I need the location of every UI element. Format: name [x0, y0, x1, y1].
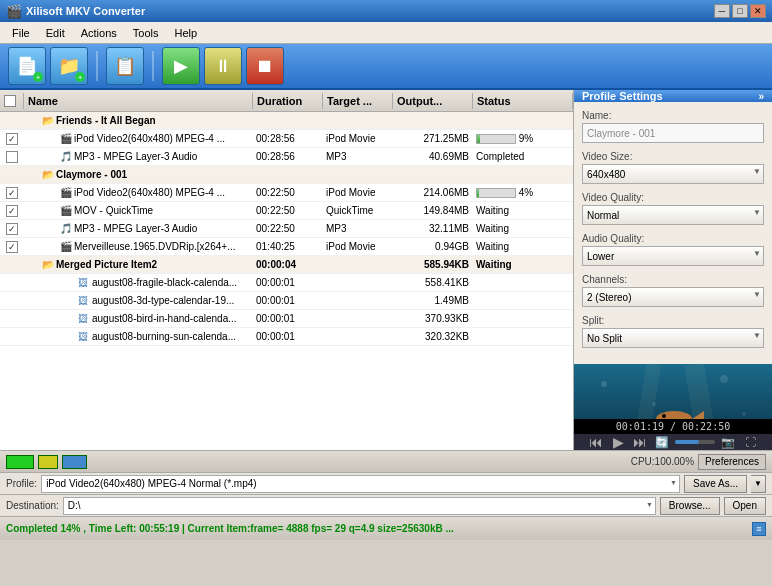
video-quality-select[interactable]: Normal: [582, 205, 764, 225]
prev-button[interactable]: ⏮: [587, 434, 605, 450]
list-item[interactable]: 🖼 august08-fragile-black-calenda... 00:0…: [0, 274, 573, 292]
channels-label: Channels:: [582, 274, 764, 285]
channels-select[interactable]: 2 (Stereo): [582, 287, 764, 307]
preferences-button[interactable]: Preferences: [698, 454, 766, 470]
maximize-button[interactable]: □: [732, 4, 748, 18]
row-status: Waiting: [473, 222, 573, 235]
row-status: 9%: [473, 132, 573, 145]
row-check[interactable]: [0, 222, 24, 236]
progress-fill: [477, 135, 480, 143]
split-label: Split:: [582, 315, 764, 326]
row-check[interactable]: [0, 240, 24, 254]
row-target: [323, 318, 393, 320]
progress-blue: [62, 455, 87, 469]
close-button[interactable]: ✕: [750, 4, 766, 18]
split-select-wrap: No Split: [582, 328, 764, 348]
row-checkbox[interactable]: [6, 241, 18, 253]
fullscreen-button[interactable]: ⛶: [741, 436, 759, 448]
cpu-text: CPU:100.00%: [631, 456, 694, 467]
list-item[interactable]: 🖼 august08-burning-sun-calenda... 00:00:…: [0, 328, 573, 346]
file-list-area: Name Duration Target ... Output... Statu…: [0, 90, 574, 450]
video-size-group: Video Size: 640x480: [582, 151, 764, 184]
list-item[interactable]: 🎵 MP3 - MPEG Layer-3 Audio 00:22:50 MP3 …: [0, 220, 573, 238]
folder-icon: 📂: [42, 115, 54, 126]
row-checkbox[interactable]: [6, 151, 18, 163]
progress-bar-mini: [476, 134, 516, 144]
volume-slider[interactable]: [675, 440, 715, 444]
row-checkbox[interactable]: [6, 205, 18, 217]
row-check[interactable]: [0, 150, 24, 164]
stop-button[interactable]: ⏹: [246, 47, 284, 85]
split-select[interactable]: No Split: [582, 328, 764, 348]
row-check: [0, 318, 24, 320]
video-size-label: Video Size:: [582, 151, 764, 162]
menu-tools[interactable]: Tools: [125, 25, 167, 41]
list-item[interactable]: 📂 Claymore - 001: [0, 166, 573, 184]
list-item[interactable]: 🖼 august08-3d-type-calendar-19... 00:00:…: [0, 292, 573, 310]
row-check: [0, 174, 24, 176]
select-all-checkbox[interactable]: [4, 95, 16, 107]
video-size-select[interactable]: 640x480: [582, 164, 764, 184]
save-as-button[interactable]: Save As...: [684, 475, 747, 493]
list-item[interactable]: 📂 Friends - It All Began: [0, 112, 573, 130]
row-check[interactable]: [0, 186, 24, 200]
profile-select[interactable]: iPod Video2(640x480) MPEG-4 Normal (*.mp…: [41, 475, 680, 493]
browse-button[interactable]: Browse...: [660, 497, 720, 515]
list-item[interactable]: 🎬 MOV - QuickTime 00:22:50 QuickTime 149…: [0, 202, 573, 220]
profile-button[interactable]: 📋: [106, 47, 144, 85]
pause-button[interactable]: ⏸: [204, 47, 242, 85]
row-duration: 00:00:04: [253, 258, 323, 271]
row-name: 🎬 iPod Video2(640x480) MPEG-4 ...: [24, 132, 253, 145]
row-target: [323, 120, 393, 122]
row-duration: [253, 174, 323, 176]
toolbar-sep-1: [96, 51, 98, 81]
screenshot-button[interactable]: 📷: [719, 436, 737, 449]
header-name: Name: [24, 93, 253, 109]
file-list-body: 📂 Friends - It All Began 🎬 iPod Video2(6…: [0, 112, 573, 450]
row-checkbox[interactable]: [6, 223, 18, 235]
menu-actions[interactable]: Actions: [73, 25, 125, 41]
loop-button[interactable]: 🔄: [653, 436, 671, 449]
audio-quality-select[interactable]: Lower: [582, 246, 764, 266]
open-button[interactable]: Open: [724, 497, 766, 515]
add-folder-button[interactable]: 📁 +: [50, 47, 88, 85]
row-target: [323, 174, 393, 176]
file-icon: 🎵: [60, 223, 72, 234]
menu-edit[interactable]: Edit: [38, 25, 73, 41]
menu-file[interactable]: File: [4, 25, 38, 41]
next-button[interactable]: ⏭: [631, 434, 649, 450]
row-check[interactable]: [0, 204, 24, 218]
row-name: 🖼 august08-bird-in-hand-calenda...: [24, 312, 253, 325]
row-checkbox[interactable]: [6, 187, 18, 199]
file-icon: 🎬: [60, 241, 72, 252]
list-item[interactable]: 🎵 MP3 - MPEG Layer-3 Audio 00:28:56 MP3 …: [0, 148, 573, 166]
row-check: [0, 282, 24, 284]
name-input[interactable]: [582, 123, 764, 143]
row-checkbox[interactable]: [6, 133, 18, 145]
menu-help[interactable]: Help: [166, 25, 205, 41]
file-icon: 🎬: [60, 133, 72, 144]
list-item[interactable]: 🎬 iPod Video2(640x480) MPEG-4 ... 00:22:…: [0, 184, 573, 202]
preview-image: [574, 364, 772, 419]
minimize-button[interactable]: ─: [714, 4, 730, 18]
save-dropdown-button[interactable]: ▼: [751, 475, 766, 493]
menu-bar: File Edit Actions Tools Help: [0, 22, 772, 44]
list-item[interactable]: 📂 Merged Picture Item2 00:00:04 585.94KB…: [0, 256, 573, 274]
list-item[interactable]: 🎬 Merveilleuse.1965.DVDRip.[x264+... 01:…: [0, 238, 573, 256]
channels-group: Channels: 2 (Stereo): [582, 274, 764, 307]
header-output: Output...: [393, 93, 473, 109]
row-duration: 00:22:50: [253, 204, 323, 217]
list-item[interactable]: 🎬 iPod Video2(640x480) MPEG-4 ... 00:28:…: [0, 130, 573, 148]
row-duration: 00:00:01: [253, 294, 323, 307]
status-icon-button[interactable]: ≡: [752, 522, 766, 536]
play-button[interactable]: ▶: [609, 434, 627, 450]
preview-controls: ⏮ ▶ ⏭ 🔄 📷 ⛶: [574, 434, 772, 450]
dest-label: Destination:: [6, 500, 59, 511]
convert-button[interactable]: ▶: [162, 47, 200, 85]
row-duration: 01:40:25: [253, 240, 323, 253]
list-item[interactable]: 🖼 august08-bird-in-hand-calenda... 00:00…: [0, 310, 573, 328]
expand-icon[interactable]: »: [758, 91, 764, 102]
add-file-button[interactable]: 📄 +: [8, 47, 46, 85]
row-check[interactable]: [0, 132, 24, 146]
dest-select[interactable]: D:\: [63, 497, 656, 515]
